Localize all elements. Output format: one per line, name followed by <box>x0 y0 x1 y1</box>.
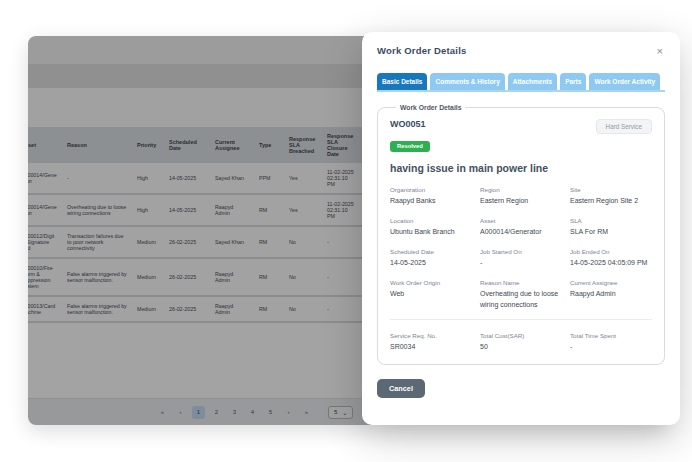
field-location: Location Ubuntu Bank Branch <box>390 217 472 237</box>
field-asset: Asset A000014/Generator <box>480 217 562 237</box>
cancel-button[interactable]: Cancel <box>377 379 425 398</box>
tab-comments-history[interactable]: Comments & History <box>430 73 504 90</box>
field-scheduled-date: Scheduled Date 14-05-2025 <box>390 248 472 268</box>
hard-service-button[interactable]: Hard Service <box>596 119 652 134</box>
modal-tabs: Basic Details Comments & History Attachm… <box>377 73 665 92</box>
tab-work-order-activity[interactable]: Work Order Activity <box>589 73 660 90</box>
field-work-order-origin: Work Order Origin Web <box>390 279 472 309</box>
field-current-assignee: Current Assignee Raapyd Admin <box>570 279 652 309</box>
field-site: Site Eastern Region Site 2 <box>570 186 652 206</box>
field-organization: Organization Raapyd Banks <box>390 186 472 206</box>
field-total-time-spent: Total Time Spent - <box>570 332 652 352</box>
status-badge: Resolved <box>390 141 430 152</box>
section-divider <box>390 319 652 320</box>
section-legend: Work Order Details <box>396 104 465 111</box>
field-sla: SLA SLA For RM <box>570 217 652 237</box>
work-order-number: WO0051 <box>390 119 426 129</box>
close-icon[interactable]: × <box>655 45 665 58</box>
field-service-req-no: Service Req. No. SR0034 <box>390 332 472 352</box>
field-job-started-on: Job Started On - <box>480 248 562 268</box>
tab-attachments[interactable]: Attachments <box>508 73 557 90</box>
field-total-cost: Total Cost(SAR) 50 <box>480 332 562 352</box>
tab-basic-details[interactable]: Basic Details <box>377 73 427 90</box>
field-region: Region Eastern Region <box>480 186 562 206</box>
field-reason-name: Reason Name Overheating due to loose wir… <box>480 279 562 309</box>
work-order-summary: having issue in main power line <box>390 162 652 174</box>
details-grid: Organization Raapyd Banks Region Eastern… <box>390 186 652 352</box>
work-order-details-section: Work Order Details WO0051 Hard Service R… <box>377 104 665 365</box>
modal-title: Work Order Details <box>377 45 466 56</box>
tab-parts[interactable]: Parts <box>560 73 586 90</box>
work-order-details-modal: Work Order Details × Basic Details Comme… <box>362 32 680 425</box>
field-job-ended-on: Job Ended On 14-05-2025 04:05:09 PM <box>570 248 652 268</box>
